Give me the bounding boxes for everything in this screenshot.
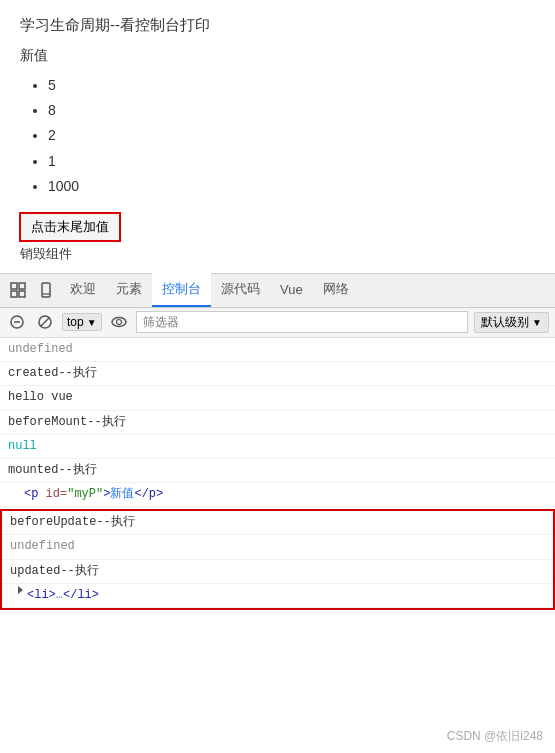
svg-rect-4 [42,283,50,297]
console-line: mounted--执行 [0,459,555,483]
devtools-tab-bar: 欢迎 元素 控制台 源代码 Vue 网络 [0,274,555,308]
bullet-list: 5 8 2 1 1000 [20,73,535,199]
svg-rect-2 [11,291,17,297]
console-line: undefined [0,338,555,362]
clear-icon[interactable] [6,311,28,333]
console-line: hello vue [0,386,555,410]
devtools-panel: 欢迎 元素 控制台 源代码 Vue 网络 top ▼ [0,273,555,612]
level-selector[interactable]: 默认级别 ▼ [474,312,549,333]
list-item: 8 [48,98,535,123]
chevron-down-icon: ▼ [532,317,542,328]
svg-point-11 [116,320,121,325]
console-line: beforeMount--执行 [0,411,555,435]
tab-sources[interactable]: 源代码 [211,273,270,307]
context-selector[interactable]: top ▼ [62,313,102,331]
console-line: undefined [2,535,553,559]
inspect-icon[interactable] [4,273,32,307]
filter-input[interactable] [136,311,469,333]
page-title: 学习生命周期--看控制台打印 [20,16,535,35]
chevron-down-icon: ▼ [87,317,97,328]
destroy-button[interactable]: 销毁组件 [20,245,72,263]
svg-line-9 [41,318,50,327]
list-item: 2 [48,123,535,148]
ban-icon[interactable] [34,311,56,333]
console-line: beforeUpdate--执行 [2,511,553,535]
console-output: undefined created--执行 hello vue beforeMo… [0,338,555,612]
console-line[interactable]: <p id="myP">新值</p> [0,483,555,507]
tab-welcome[interactable]: 欢迎 [60,273,106,307]
list-item: 1000 [48,174,535,199]
console-line: created--执行 [0,362,555,386]
add-button[interactable]: 点击末尾加值 [20,213,120,241]
tab-vue[interactable]: Vue [270,273,313,307]
console-toolbar: top ▼ 默认级别 ▼ [0,308,555,338]
context-label: top [67,315,84,329]
svg-rect-1 [19,283,25,289]
svg-point-10 [112,318,126,327]
highlighted-group: beforeUpdate--执行 undefined updated--执行 <… [0,509,555,610]
level-label: 默认级别 [481,314,529,331]
mobile-icon[interactable] [32,273,60,307]
console-line[interactable]: <li> … </li> [2,584,553,608]
console-line: updated--执行 [2,560,553,584]
watermark: CSDN @依旧i248 [447,728,543,745]
eye-icon[interactable] [108,311,130,333]
tab-console[interactable]: 控制台 [152,273,211,307]
expand-icon [18,586,23,594]
html-element: <p id="myP">新值</p> [24,485,163,504]
svg-rect-0 [11,283,17,289]
tab-network[interactable]: 网络 [313,273,359,307]
list-item: 1 [48,149,535,174]
list-item: 5 [48,73,535,98]
section-label: 新值 [20,47,535,65]
tab-elements[interactable]: 元素 [106,273,152,307]
page-content: 学习生命周期--看控制台打印 新值 5 8 2 1 1000 点击末尾加值 销毁… [0,0,555,273]
console-line: null [0,435,555,459]
svg-rect-3 [19,291,25,297]
